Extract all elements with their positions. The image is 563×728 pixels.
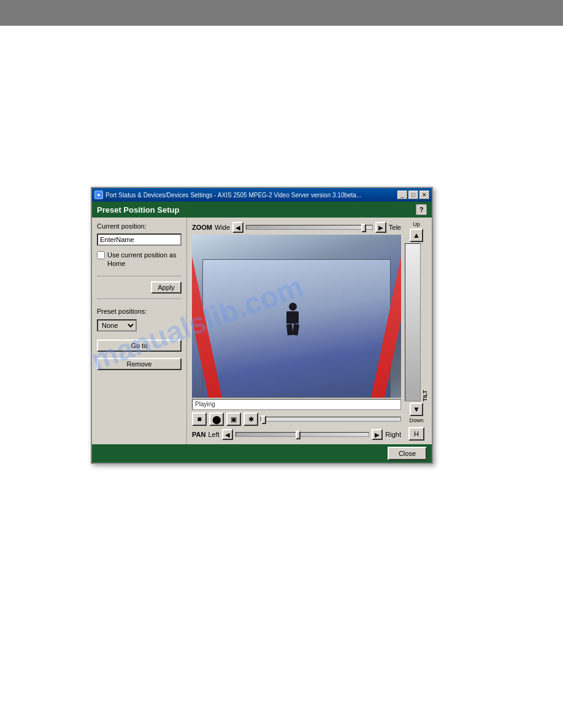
divider-1 <box>97 276 182 276</box>
snapshot-icon: ▣ <box>231 415 237 423</box>
close-button[interactable]: Close <box>388 447 427 460</box>
checkbox-label: Use current position as Home <box>107 251 182 268</box>
preset-select-row: None <box>97 319 182 332</box>
current-position-label: Current position: <box>97 222 182 230</box>
person-silhouette <box>284 303 301 336</box>
remove-button[interactable]: Remove <box>97 358 182 370</box>
down-label: Down <box>409 417 423 423</box>
pan-right-label: Right <box>385 431 401 438</box>
pan-left-label: Left <box>208 431 219 438</box>
tilt-down-button[interactable]: ▼ <box>410 403 423 416</box>
zoom-right-button[interactable]: ▶ <box>375 222 386 233</box>
settings-icon: ✱ <box>248 415 254 423</box>
panel-header: Preset Position Setup ? <box>92 202 432 218</box>
minimize-button[interactable]: _ <box>397 191 407 199</box>
zoom-slider-track[interactable] <box>246 225 373 230</box>
dialog-window: ● Port Status & Devices/Devices Settings… <box>91 187 433 464</box>
person-head <box>289 303 297 311</box>
pan-left-button[interactable]: ◀ <box>222 429 233 440</box>
pan-slider-thumb <box>296 431 301 439</box>
tilt-up-button[interactable]: ▲ <box>410 229 423 242</box>
left-panel: Current position: Use current position a… <box>92 218 187 444</box>
divider-2 <box>97 298 182 299</box>
right-main: ZOOM Wide ◀ ▶ Tele <box>190 220 404 442</box>
tilt-label: TILT <box>422 243 428 401</box>
help-button[interactable]: ? <box>416 204 427 215</box>
person-body <box>286 311 299 324</box>
preset-dropdown[interactable]: None <box>97 319 137 332</box>
tilt-slider-track[interactable] <box>405 243 421 401</box>
right-panel: ZOOM Wide ◀ ▶ Tele <box>187 218 432 444</box>
camera-button[interactable]: ⬤ <box>209 412 224 426</box>
pan-slider-track[interactable] <box>236 432 370 437</box>
apply-button[interactable]: Apply <box>151 281 182 294</box>
right-content-area: ZOOM Wide ◀ ▶ Tele <box>190 220 429 442</box>
person-leg-right <box>292 324 299 335</box>
title-bar-text: Port Status & Devices/Devices Settings -… <box>105 192 361 199</box>
video-area <box>192 235 401 398</box>
zoom-row: ZOOM Wide ◀ ▶ Tele <box>190 220 404 235</box>
title-bar-buttons: _ □ ✕ <box>397 191 429 199</box>
title-bar: ● Port Status & Devices/Devices Settings… <box>92 188 432 202</box>
title-bar-left: ● Port Status & Devices/Devices Settings… <box>94 191 361 199</box>
pan-right-button[interactable]: ▶ <box>372 429 383 440</box>
close-window-button[interactable]: ✕ <box>419 191 429 199</box>
panel-body: Current position: Use current position a… <box>92 218 432 444</box>
tilt-side-panel: Up ▲ TILT ▼ Down H <box>404 220 429 442</box>
media-slider-thumb <box>261 415 266 424</box>
playing-bar: Playing <box>192 399 401 410</box>
tilt-track-wrapper: TILT <box>405 243 428 401</box>
zoom-slider-thumb <box>361 224 366 232</box>
zoom-label: ZOOM <box>192 224 212 231</box>
playing-text: Playing <box>195 401 215 408</box>
stop-icon: ■ <box>197 415 201 423</box>
person-legs <box>284 324 301 335</box>
camera-icon: ⬤ <box>212 415 221 424</box>
goto-button[interactable]: Go to <box>97 339 182 352</box>
zoom-wide-label: Wide <box>215 224 230 231</box>
settings-button[interactable]: ✱ <box>243 412 258 426</box>
control-buttons-row: ■ ⬤ ▣ ✱ <box>190 411 404 427</box>
zoom-tele-label: Tele <box>389 224 401 231</box>
zoom-left-button[interactable]: ◀ <box>232 222 243 233</box>
video-scene <box>192 235 401 398</box>
pan-row: PAN Left ◀ ▶ Right <box>190 427 404 442</box>
top-bar <box>0 0 563 26</box>
current-position-input[interactable] <box>97 233 182 246</box>
panel-title: Preset Position Setup <box>97 205 179 214</box>
app-icon: ● <box>94 191 103 199</box>
maximize-button[interactable]: □ <box>408 191 418 199</box>
bottom-bar: Close <box>92 444 432 463</box>
snapshot-button[interactable]: ▣ <box>226 412 241 426</box>
home-button[interactable]: H <box>408 427 424 441</box>
pan-label: PAN <box>192 431 205 438</box>
preset-positions-label: Preset positions: <box>97 308 182 315</box>
up-label: Up <box>413 221 420 227</box>
home-checkbox[interactable] <box>97 251 105 259</box>
stop-button[interactable]: ■ <box>192 412 207 426</box>
checkbox-row: Use current position as Home <box>97 251 182 268</box>
media-slider[interactable] <box>261 417 401 422</box>
